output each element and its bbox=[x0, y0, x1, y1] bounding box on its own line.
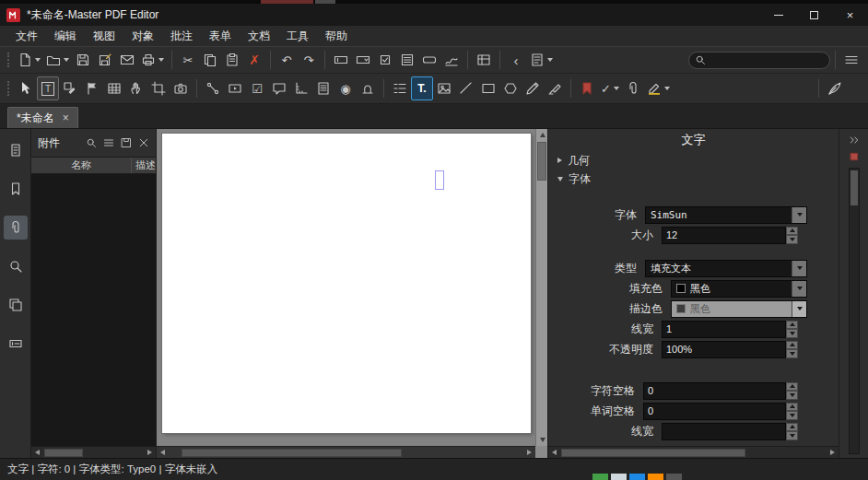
scroll-right-arrow[interactable] bbox=[827, 447, 839, 459]
spin-down-button[interactable] bbox=[786, 411, 798, 420]
form-combo-button[interactable] bbox=[352, 49, 374, 71]
dropdown-button[interactable] bbox=[792, 207, 806, 223]
print-button[interactable] bbox=[138, 49, 167, 71]
scroll-left-arrow[interactable] bbox=[157, 447, 169, 459]
table-tool-button[interactable] bbox=[103, 76, 125, 100]
toolbar-grip[interactable] bbox=[7, 81, 9, 96]
measure-tool-button[interactable] bbox=[290, 76, 312, 100]
spin-down-button[interactable] bbox=[786, 391, 798, 400]
section-geometry[interactable]: 几何 bbox=[548, 151, 839, 170]
char-spacing-spinner[interactable] bbox=[643, 382, 798, 400]
column-name[interactable]: 名称 bbox=[31, 158, 131, 172]
form-signature-button[interactable] bbox=[440, 49, 463, 71]
tab-untitled[interactable]: *未命名 × bbox=[7, 107, 78, 128]
opacity-spinner[interactable] bbox=[662, 341, 798, 358]
list-format-button[interactable] bbox=[389, 76, 411, 100]
size-spinner[interactable] bbox=[662, 227, 798, 244]
rectangle-tool-button[interactable] bbox=[477, 76, 499, 100]
new-document-button[interactable] bbox=[15, 49, 43, 71]
highlight-tool-button[interactable] bbox=[644, 76, 673, 100]
scroll-thumb[interactable] bbox=[537, 142, 546, 181]
char-spacing-input[interactable] bbox=[643, 382, 786, 400]
sidebar-item-thumbnails[interactable] bbox=[4, 138, 28, 162]
line-width-input[interactable] bbox=[662, 321, 786, 338]
clipped-row-spinner[interactable] bbox=[662, 423, 798, 440]
attach-file-button[interactable] bbox=[622, 76, 644, 100]
sidebar-item-search[interactable] bbox=[4, 254, 28, 278]
word-spacing-spinner[interactable] bbox=[643, 403, 798, 420]
delete-button[interactable]: ✗ bbox=[243, 49, 265, 71]
text-tool-button[interactable]: T. bbox=[411, 76, 433, 100]
font-select[interactable]: SimSun bbox=[645, 206, 807, 224]
edit-object-tool-button[interactable] bbox=[59, 76, 81, 100]
video-tool-button[interactable] bbox=[224, 76, 246, 100]
select-tool-button[interactable] bbox=[15, 76, 37, 100]
copy-button[interactable] bbox=[199, 49, 221, 71]
scroll-left-arrow[interactable] bbox=[548, 447, 560, 459]
undo-button[interactable]: ↶ bbox=[276, 49, 298, 71]
section-font[interactable]: 字体 bbox=[548, 170, 839, 188]
spin-up-button[interactable] bbox=[786, 423, 798, 432]
form-button-tool[interactable] bbox=[418, 49, 440, 71]
red-bookmark-button[interactable] bbox=[576, 76, 598, 100]
scroll-thumb[interactable] bbox=[44, 449, 83, 457]
document-canvas[interactable] bbox=[157, 129, 547, 458]
pencil-tool-button[interactable] bbox=[522, 76, 544, 100]
attachments-delete-icon[interactable] bbox=[138, 137, 149, 148]
hand-tool-button[interactable] bbox=[125, 76, 147, 100]
page-display-button[interactable] bbox=[527, 49, 556, 71]
polygon-tool-button[interactable] bbox=[499, 76, 522, 100]
save-as-button[interactable] bbox=[94, 49, 116, 71]
spin-up-button[interactable] bbox=[786, 227, 798, 236]
menu-item-form[interactable]: 表单 bbox=[201, 26, 240, 47]
spin-up-button[interactable] bbox=[786, 341, 798, 350]
menu-item-help[interactable]: 帮助 bbox=[317, 26, 356, 47]
panel-options-icon[interactable] bbox=[844, 149, 864, 164]
scroll-down-arrow[interactable] bbox=[536, 434, 548, 446]
toolbar-menu-button[interactable] bbox=[840, 49, 862, 71]
attachments-horizontal-scrollbar[interactable] bbox=[31, 446, 156, 458]
spin-down-button[interactable] bbox=[786, 329, 798, 338]
document-annotation-button[interactable] bbox=[312, 76, 334, 100]
radio-button-tool[interactable]: ◉ bbox=[334, 76, 357, 100]
paste-button[interactable] bbox=[221, 49, 243, 71]
scroll-thumb[interactable] bbox=[850, 170, 858, 205]
edit-text-tool-button[interactable]: T bbox=[37, 76, 59, 100]
menu-item-object[interactable]: 对象 bbox=[123, 26, 162, 47]
scroll-left-arrow[interactable] bbox=[31, 447, 43, 459]
sidebar-item-layers[interactable] bbox=[4, 293, 28, 317]
properties-horizontal-scrollbar[interactable] bbox=[548, 446, 839, 458]
attachments-search-icon[interactable] bbox=[86, 137, 97, 148]
menu-item-document[interactable]: 文档 bbox=[240, 26, 278, 47]
note-tool-button[interactable] bbox=[268, 76, 290, 100]
open-file-button[interactable] bbox=[43, 49, 72, 71]
cut-button[interactable]: ✂ bbox=[177, 49, 199, 71]
sidebar-item-bookmarks[interactable] bbox=[4, 177, 28, 201]
column-description[interactable]: 描述 bbox=[132, 158, 156, 172]
edit-form-button[interactable] bbox=[473, 49, 495, 71]
spin-up-button[interactable] bbox=[786, 382, 798, 392]
spin-down-button[interactable] bbox=[786, 235, 798, 244]
type-select[interactable]: 填充文本 bbox=[645, 260, 807, 277]
dropdown-button[interactable] bbox=[792, 261, 806, 276]
size-input[interactable] bbox=[662, 227, 786, 244]
toolbar-grip[interactable] bbox=[7, 53, 9, 67]
redo-button[interactable]: ↷ bbox=[298, 49, 320, 71]
sidebar-item-attachments[interactable] bbox=[4, 216, 28, 240]
clipped-row-input[interactable] bbox=[662, 423, 786, 440]
canvas-vertical-scrollbar[interactable] bbox=[535, 129, 547, 446]
menu-item-file[interactable]: 文件 bbox=[7, 26, 46, 47]
menu-item-edit[interactable]: 编辑 bbox=[46, 26, 85, 47]
crop-tool-button[interactable] bbox=[147, 76, 170, 100]
spin-down-button[interactable] bbox=[786, 431, 798, 440]
spin-up-button[interactable] bbox=[786, 403, 798, 412]
form-text-field-button[interactable] bbox=[330, 49, 352, 71]
check-annotation-button[interactable]: ✓ bbox=[598, 76, 622, 100]
right-panel-scrollbar[interactable] bbox=[849, 168, 860, 454]
form-checkbox-button[interactable] bbox=[374, 49, 396, 71]
opacity-input[interactable] bbox=[662, 341, 786, 358]
scroll-right-arrow[interactable] bbox=[523, 447, 535, 459]
spin-down-button[interactable] bbox=[786, 349, 798, 358]
image-tool-button[interactable] bbox=[433, 76, 455, 100]
canvas-horizontal-scrollbar[interactable] bbox=[157, 446, 535, 458]
